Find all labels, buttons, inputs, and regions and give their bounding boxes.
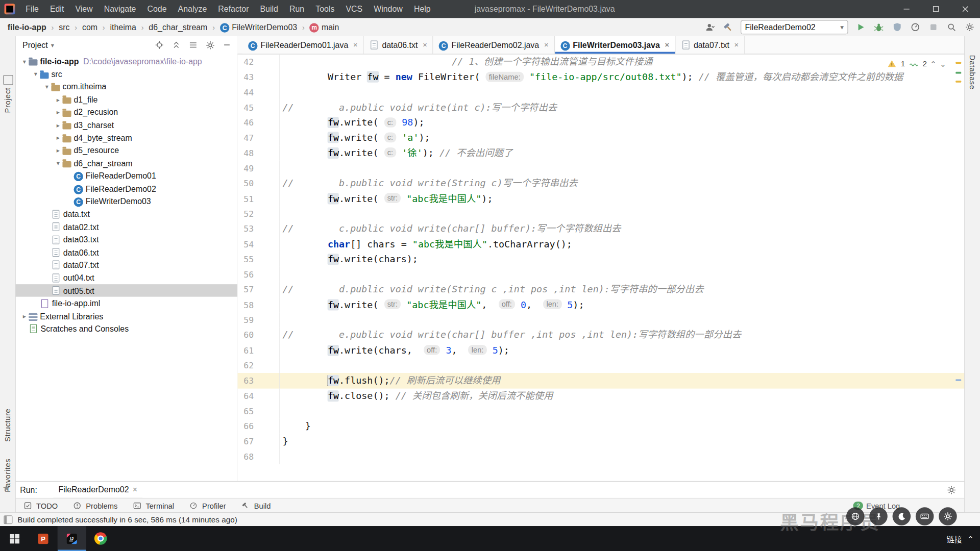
close-icon[interactable]: × bbox=[133, 485, 137, 494]
breadcrumb-d6-char-stream[interactable]: d6_char_stream bbox=[148, 22, 209, 32]
tree-item-out05-txt[interactable]: out05.txt bbox=[15, 284, 237, 297]
chevron-expanded-icon[interactable]: ▾ bbox=[42, 83, 51, 90]
search-icon[interactable] bbox=[946, 21, 957, 33]
ime-link-label[interactable]: 链接 bbox=[946, 533, 962, 544]
line-number[interactable]: 60 bbox=[237, 328, 254, 343]
breadcrumb-file-io-app[interactable]: file-io-app bbox=[6, 22, 47, 32]
stripe-tab-project[interactable]: Project bbox=[3, 87, 12, 113]
code-line-44[interactable]: 44 bbox=[237, 85, 965, 100]
next-problem-icon[interactable]: ⌄ bbox=[940, 59, 946, 68]
code-line-66[interactable]: 66 } bbox=[237, 419, 965, 434]
line-number[interactable]: 45 bbox=[237, 100, 254, 115]
overlay-gear2[interactable] bbox=[939, 507, 957, 525]
code-line-51[interactable]: 51 fw.write( str: "abc我是中国人"); bbox=[237, 191, 965, 206]
close-icon[interactable]: × bbox=[665, 41, 670, 49]
breadcrumb-itheima[interactable]: itheima bbox=[109, 22, 137, 32]
code-line-48[interactable]: 48 fw.write( c: '徐'); // 不会出问题了 bbox=[237, 145, 965, 161]
stripe-tab-database[interactable]: Database bbox=[968, 55, 977, 90]
line-number[interactable]: 59 bbox=[237, 312, 254, 328]
code-line-67[interactable]: 67} bbox=[237, 434, 965, 449]
breadcrumb-main[interactable]: main bbox=[308, 22, 340, 32]
editor[interactable]: 42 // 1、创建一个字符输出流管道与目标文件接通43 Writer fw =… bbox=[237, 55, 965, 482]
close-icon[interactable]: × bbox=[353, 41, 358, 49]
run-tab[interactable]: FileReaderDemo02 × bbox=[54, 481, 142, 499]
menu-refactor[interactable]: Refactor bbox=[212, 0, 254, 18]
code-line-46[interactable]: 46 fw.write( c: 98); bbox=[237, 115, 965, 131]
code-line-59[interactable]: 59 bbox=[237, 312, 965, 328]
line-number[interactable]: 51 bbox=[237, 191, 254, 206]
chevron-collapsed-icon[interactable]: ▸ bbox=[54, 96, 62, 103]
menu-vcs[interactable]: VCS bbox=[340, 0, 368, 18]
code-line-54[interactable]: 54 char[] chars = "abc我是中国人".toCharArray… bbox=[237, 237, 965, 252]
tree-item-d6-char-stream[interactable]: ▾d6_char_stream bbox=[15, 157, 237, 170]
line-number[interactable]: 48 bbox=[237, 145, 254, 161]
toolwindow-terminal[interactable]: Terminal bbox=[125, 498, 181, 513]
code-line-58[interactable]: 58 fw.write( str: "abc我是中国人", off: 0, le… bbox=[237, 297, 965, 313]
collapse-icon[interactable] bbox=[170, 39, 182, 51]
tree-item-src[interactable]: ▾src bbox=[15, 68, 237, 81]
stripe-tab-structure[interactable]: Structure bbox=[3, 409, 12, 442]
line-number[interactable]: 53 bbox=[237, 221, 254, 237]
taskbar-powerpoint[interactable]: P bbox=[29, 526, 57, 551]
line-number[interactable]: 64 bbox=[237, 388, 254, 404]
tree-item-d2-recusion[interactable]: ▸d2_recusion bbox=[15, 106, 237, 119]
tree-item-file-io-app-iml[interactable]: file-io-app.iml bbox=[15, 297, 237, 310]
minimize-button[interactable] bbox=[892, 0, 921, 18]
line-number[interactable]: 61 bbox=[237, 343, 254, 358]
code-line-43[interactable]: 43 Writer fw = new FileWriter( fileName:… bbox=[237, 69, 965, 85]
menu-tools[interactable]: Tools bbox=[310, 0, 340, 18]
line-number[interactable]: 55 bbox=[237, 252, 254, 267]
chevron-collapsed-icon[interactable]: ▸ bbox=[54, 147, 62, 154]
overlay-globe[interactable] bbox=[846, 507, 865, 525]
code-line-60[interactable]: 60// e.public void write(char[] buffer ,… bbox=[237, 328, 965, 343]
profiler-icon[interactable] bbox=[910, 21, 921, 33]
line-number[interactable]: 65 bbox=[237, 404, 254, 419]
toolwindow-build[interactable]: Build bbox=[233, 498, 278, 513]
tree-item-scratches-and-consoles[interactable]: Scratches and Consoles bbox=[15, 322, 237, 335]
toolwindow-todo[interactable]: TODO bbox=[15, 498, 64, 513]
collapse-caret-icon[interactable]: ⌃ bbox=[967, 534, 974, 543]
close-icon[interactable]: × bbox=[423, 41, 427, 49]
menu-help[interactable]: Help bbox=[408, 0, 436, 18]
gear-icon[interactable] bbox=[946, 485, 957, 496]
code-line-61[interactable]: 61 fw.write(chars, off: 3, len: 5); bbox=[237, 343, 965, 358]
tree-item-com-itheima[interactable]: ▾com.itheima bbox=[15, 81, 237, 93]
code-line-42[interactable]: 42 // 1、创建一个字符输出流管道与目标文件接通 bbox=[237, 55, 965, 70]
overlay-pin[interactable] bbox=[869, 507, 888, 525]
code-line-64[interactable]: 64 fw.close(); // 关闭包含刷新，关闭后流不能使用 bbox=[237, 388, 965, 404]
menu-window[interactable]: Window bbox=[368, 0, 408, 18]
chevron-collapsed-icon[interactable]: ▸ bbox=[54, 121, 62, 128]
code-line-62[interactable]: 62 bbox=[237, 358, 965, 373]
line-number[interactable]: 63 bbox=[237, 373, 254, 388]
chevron-expanded-icon[interactable]: ▾ bbox=[20, 58, 29, 64]
editor-tab-filereaderdemo01-java[interactable]: FileReaderDemo01.java× bbox=[242, 36, 364, 54]
menu-code[interactable]: Code bbox=[142, 0, 173, 18]
tree-item-filereaderdemo01[interactable]: FileReaderDemo01 bbox=[15, 169, 237, 182]
menu-navigate[interactable]: Navigate bbox=[99, 0, 142, 18]
code-line-49[interactable]: 49 bbox=[237, 161, 965, 176]
chevron-collapsed-icon[interactable]: ▸ bbox=[54, 109, 62, 115]
gear-icon[interactable] bbox=[964, 21, 975, 33]
menu-run[interactable]: Run bbox=[284, 0, 310, 18]
menu-file[interactable]: File bbox=[20, 0, 44, 18]
line-number[interactable]: 47 bbox=[237, 130, 254, 145]
tree-item-data03-txt[interactable]: data03.txt bbox=[15, 233, 237, 246]
minus-icon[interactable] bbox=[221, 39, 232, 51]
toolwindow-profiler[interactable]: Profiler bbox=[181, 498, 233, 513]
breadcrumb-com[interactable]: com bbox=[81, 22, 99, 32]
bookmark-star-icon[interactable]: ★ bbox=[3, 484, 10, 493]
line-number[interactable]: 56 bbox=[237, 267, 254, 282]
menu-analyze[interactable]: Analyze bbox=[173, 0, 213, 18]
typo-stripe-mark[interactable] bbox=[955, 72, 961, 74]
taskbar-intellij[interactable]: IJ bbox=[58, 526, 86, 551]
overlay-moon[interactable] bbox=[893, 507, 911, 525]
line-number[interactable]: 42 bbox=[237, 55, 254, 70]
editor-tab-data06-txt[interactable]: data06.txt× bbox=[364, 36, 433, 54]
line-number[interactable]: 52 bbox=[237, 206, 254, 221]
tree-item-data-txt[interactable]: data.txt bbox=[15, 208, 237, 220]
chevron-collapsed-icon[interactable]: ▸ bbox=[20, 313, 29, 319]
editor-scrollbar[interactable] bbox=[955, 55, 963, 482]
line-number[interactable]: 54 bbox=[237, 237, 254, 252]
code-line-52[interactable]: 52 bbox=[237, 206, 965, 221]
code-line-53[interactable]: 53// c.public void write(char[] buffer):… bbox=[237, 221, 965, 237]
